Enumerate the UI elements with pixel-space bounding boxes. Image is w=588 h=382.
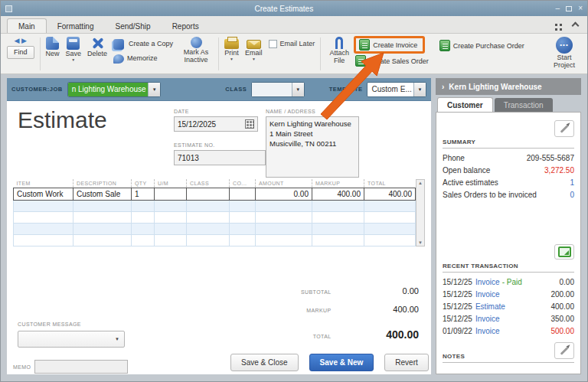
collapse-ribbon-icon[interactable] — [572, 22, 580, 30]
name-address-field[interactable]: Kern Lighting Warehouse 1 Main Street Mu… — [266, 116, 359, 178]
date-label: DATE — [174, 109, 258, 114]
table-scrollbar[interactable]: ▲ ▼ — [416, 179, 425, 247]
total-label: TOTAL — [263, 334, 332, 339]
email-later-checkbox[interactable] — [269, 40, 277, 48]
copy-memorize-group: Create a Copy Memorize — [110, 36, 176, 64]
customer-job-combo[interactable]: n Lighting Warehouse ▼ — [67, 82, 162, 97]
col-cost: CO... — [230, 179, 256, 188]
transaction-link[interactable]: Invoice — [475, 290, 500, 299]
chevron-down-icon[interactable]: ▼ — [148, 83, 160, 96]
transaction-link[interactable]: Invoice — [475, 315, 500, 323]
chevron-down-icon[interactable]: ▼ — [115, 337, 124, 341]
scroll-up-icon[interactable]: ▲ — [418, 181, 423, 185]
class-combo[interactable]: ▼ — [251, 82, 304, 97]
customer-message-label: CUSTOMER MESSAGE — [18, 322, 125, 327]
transaction-link[interactable]: Invoice — [475, 327, 500, 335]
col-um: U/M — [155, 179, 187, 188]
edit-summary-button[interactable] — [554, 120, 574, 137]
table-row[interactable] — [14, 224, 416, 235]
find-button[interactable]: Find — [7, 46, 34, 58]
quick-report-button[interactable] — [554, 244, 574, 260]
minimize-button[interactable]: – — [556, 5, 560, 12]
chevron-right-icon[interactable]: › — [442, 83, 444, 91]
customer-message-group: CUSTOMER MESSAGE ▼ — [18, 322, 125, 348]
customer-job-label: CUSTOMER:JOB — [11, 86, 63, 93]
markup-label: MARKUP — [263, 308, 332, 313]
estimate-no-field[interactable]: 71013 — [174, 150, 266, 165]
save-new-button[interactable]: Save & New — [309, 354, 374, 371]
tab-main[interactable]: Main — [7, 18, 47, 33]
recent-transaction-row: 15/12/25Invoice 350.00 — [443, 312, 574, 325]
expand-window-icon[interactable] — [555, 24, 557, 26]
subtotal-label: SUBTOTAL — [263, 289, 332, 295]
new-button[interactable]: New — [43, 36, 63, 58]
titlebar: Create Estimates – × — [1, 1, 587, 16]
memorize-button[interactable]: Memorize — [113, 53, 158, 64]
customer-panel: › Kern Lighting Warehouse Customer Trans… — [436, 78, 581, 374]
find-previous-icon[interactable]: ◀ — [15, 37, 20, 44]
email-dropdown-icon[interactable]: ▼ — [252, 57, 256, 61]
subtotal-value: 0.00 — [335, 286, 419, 295]
save-button[interactable]: Save ▼ — [63, 36, 85, 63]
tab-customer[interactable]: Customer — [437, 97, 493, 112]
memo-input[interactable] — [34, 360, 128, 374]
notes-section: NOTES — [443, 353, 574, 366]
toolbar-separator — [40, 38, 41, 70]
new-document-icon — [46, 37, 59, 50]
col-description: DESCRIPTION — [74, 179, 132, 188]
close-button[interactable]: × — [578, 5, 583, 12]
panel-header[interactable]: › Kern Lighting Warehouse — [436, 78, 581, 95]
calendar-icon[interactable] — [245, 119, 254, 129]
annotation-arrow — [316, 48, 389, 121]
tab-send-ship[interactable]: Send/Ship — [104, 19, 161, 33]
table-row[interactable]: Custom Work Custom Sale 1 0.00 400.00 40… — [14, 188, 416, 201]
tab-formatting[interactable]: Formatting — [47, 19, 105, 33]
table-header-row: ITEM DESCRIPTION QTY U/M CLASS CO... AMO… — [14, 179, 416, 188]
email-button[interactable]: Email ▼ — [242, 36, 266, 62]
create-estimates-window: Create Estimates – × Main Formatting Sen… — [0, 0, 588, 382]
transaction-link[interactable]: Invoice — [475, 278, 500, 286]
totals-block: SUBTOTAL 0.00 MARKUP 400.00 TOTAL 400.00 — [263, 283, 419, 346]
table-row[interactable] — [14, 212, 416, 224]
tab-reports[interactable]: Reports — [162, 19, 210, 33]
create-purchase-order-button[interactable]: Create Purchase Order — [439, 40, 524, 51]
print-button[interactable]: Print ▼ — [221, 36, 242, 62]
revert-button[interactable]: Revert — [384, 354, 428, 371]
estimate-form: CUSTOMER:JOB n Lighting Warehouse ▼ CLAS… — [7, 78, 431, 374]
find-next-icon[interactable]: ▶ — [21, 37, 27, 44]
print-dropdown-icon[interactable]: ▼ — [230, 57, 234, 61]
delete-icon — [91, 37, 104, 50]
panel-body: SUMMARY Phone 209-555-5687 Open balance … — [436, 112, 581, 374]
date-field[interactable]: 15/12/2025 — [174, 116, 258, 132]
line-items-table: ITEM DESCRIPTION QTY U/M CLASS CO... AMO… — [13, 179, 425, 247]
create-invoice-button[interactable]: Create Invoice — [373, 41, 417, 49]
mark-as-inactive-button[interactable]: Mark As Inactive — [176, 36, 216, 65]
customer-message-select[interactable]: ▼ — [18, 331, 125, 348]
main-toolbar: ◀ ▶ Find New Save ▼ Delete Create a Copy… — [1, 34, 587, 74]
scroll-down-icon[interactable]: ▼ — [418, 240, 423, 245]
save-icon — [67, 37, 80, 50]
chevron-down-icon[interactable]: ▼ — [292, 83, 304, 96]
table-row[interactable] — [14, 235, 416, 247]
email-icon — [247, 40, 261, 49]
start-project-icon: ••• — [556, 37, 573, 54]
save-close-button[interactable]: Save & Close — [230, 354, 299, 371]
estimate-no-label: ESTIMATE NO. — [174, 142, 266, 148]
create-a-copy-button[interactable]: Create a Copy — [113, 38, 173, 50]
col-class: CLASS — [187, 179, 230, 188]
maximize-button[interactable] — [566, 6, 572, 11]
save-dropdown-icon[interactable]: ▼ — [71, 58, 75, 62]
col-qty: QTY — [132, 179, 155, 188]
chevron-down-icon[interactable]: ▼ — [413, 83, 426, 96]
transaction-link[interactable]: Estimate — [475, 302, 505, 311]
toolbar-separator — [218, 38, 219, 70]
delete-button[interactable]: Delete — [84, 36, 110, 58]
panel-tabs: Customer Transaction — [436, 95, 581, 112]
table-row[interactable] — [14, 201, 416, 212]
pencil-icon — [560, 125, 569, 133]
start-project-button[interactable]: ••• Start Project — [546, 36, 583, 70]
memo-label: MEMO — [13, 364, 31, 370]
tab-transaction[interactable]: Transaction — [495, 98, 553, 112]
recent-transaction-section: RECENT TRANSACTION 15/12/25Invoice- Paid… — [443, 263, 574, 337]
report-icon — [558, 247, 571, 257]
